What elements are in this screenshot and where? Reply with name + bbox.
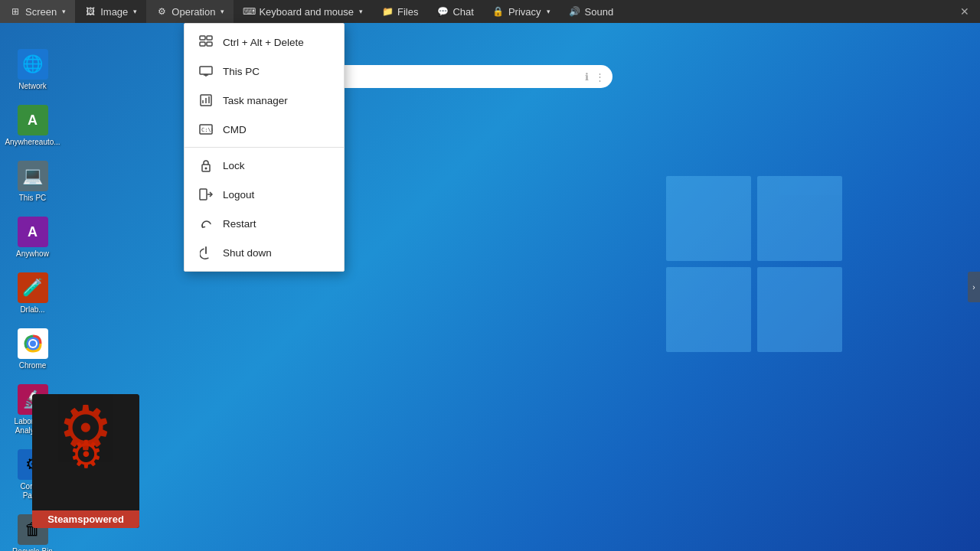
screen-icon: ⊞	[9, 5, 21, 18]
svg-rect-4	[207, 36, 212, 40]
close-button[interactable]: ✕	[949, 0, 980, 23]
keyboard-mouse-label: Keyboard and mouse	[259, 6, 354, 18]
privacy-icon: 🔒	[492, 5, 505, 18]
chat-icon: 💬	[436, 5, 449, 18]
cmd-icon: C:\>	[198, 122, 214, 137]
keyboard-dropdown-arrow: ▾	[359, 8, 363, 15]
chat-label: Chat	[452, 6, 473, 18]
sound-label: Sound	[585, 6, 614, 18]
desktop-icon-chrome[interactable]: Chrome	[8, 325, 57, 373]
win-logo-cell-1	[666, 176, 751, 261]
files-label: Files	[397, 6, 418, 18]
menu-item-ctrl-alt-del[interactable]: Ctrl + Alt + Delete	[185, 28, 344, 57]
steam-label: Steamspowered	[32, 510, 139, 528]
menu-item-restart[interactable]: Restart	[185, 209, 344, 238]
desktop-icon-thispc[interactable]: 💻 This PC	[8, 158, 57, 206]
restart-label: Restart	[223, 218, 256, 230]
shutdown-label: Shut down	[223, 247, 272, 259]
privacy-dropdown-arrow: ▾	[547, 8, 550, 15]
win-logo-cell-4	[757, 267, 842, 352]
anywhereauto-icon: A	[18, 105, 48, 135]
privacy-label: Privacy	[508, 6, 541, 18]
toolbar-item-sound[interactable]: 🔊 Sound	[560, 0, 623, 23]
ctrl-alt-del-icon	[198, 34, 214, 50]
image-dropdown-arrow: ▾	[133, 8, 137, 15]
logout-icon	[198, 187, 214, 202]
thispc-icon: 💻	[18, 161, 48, 191]
desktop-icon-network[interactable]: 🌐 Network	[8, 46, 57, 94]
toolbar-item-operation[interactable]: ⚙ Operation ▾	[146, 0, 234, 23]
close-icon: ✕	[960, 5, 969, 18]
task-manager-label: Task manager	[223, 95, 288, 106]
svg-point-17	[205, 167, 207, 169]
menu-item-lock[interactable]: Lock	[185, 151, 344, 180]
toolbar-item-keyboard-mouse[interactable]: ⌨ Keyboard and mouse ▾	[234, 0, 372, 23]
anywhereauto-label: Anywhereauto...	[5, 138, 60, 147]
svg-point-2	[30, 341, 36, 347]
shutdown-icon	[198, 245, 214, 260]
anywherev2-label: Anywhow	[16, 249, 49, 259]
menu-item-task-manager[interactable]: Task manager	[185, 86, 344, 115]
svg-rect-5	[200, 42, 205, 46]
steam-overlay-inner: ⚙ ⚙ Steamspowered	[32, 394, 139, 528]
svg-rect-7	[200, 67, 212, 74]
screen-dropdown-arrow: ▾	[62, 8, 66, 15]
operation-label: Operation	[172, 6, 215, 18]
this-pc-menu-icon	[198, 64, 214, 79]
url-info-icon: ℹ	[585, 71, 589, 83]
toolbar-item-chat[interactable]: 💬 Chat	[427, 0, 482, 23]
svg-text:C:\>: C:\>	[201, 127, 213, 133]
image-icon: 🖼	[84, 5, 96, 18]
url-more-icon: ⋮	[595, 71, 605, 83]
toolbar-item-privacy[interactable]: 🔒 Privacy ▾	[483, 0, 560, 23]
drlab-label: Drlab...	[20, 305, 44, 315]
svg-rect-3	[200, 36, 205, 40]
sound-icon: 🔊	[569, 5, 581, 18]
drlab-icon: 🧪	[18, 272, 48, 303]
screen-label: Screen	[25, 6, 57, 18]
menu-divider-1	[185, 147, 344, 148]
keyboard-icon: ⌨	[243, 5, 255, 18]
operation-dropdown-arrow: ▾	[220, 8, 224, 15]
desktop-icon-anywherev2[interactable]: A Anywhow	[8, 214, 57, 262]
task-manager-icon	[198, 93, 214, 108]
operation-dropdown-menu: Ctrl + Alt + Delete This PC Task manager	[184, 23, 345, 272]
network-label: Network	[18, 82, 47, 91]
collapse-icon: ›	[972, 283, 975, 292]
image-label: Image	[100, 6, 128, 18]
cmd-label: CMD	[223, 124, 247, 135]
chrome-label: Chrome	[19, 361, 47, 370]
chrome-icon	[18, 328, 48, 359]
windows-logo	[666, 176, 842, 352]
steam-overlay[interactable]: ⚙ ⚙ Steamspowered	[32, 394, 139, 528]
menu-item-this-pc[interactable]: This PC	[185, 57, 344, 86]
toolbar-item-screen[interactable]: ⊞ Screen ▾	[0, 0, 75, 23]
logout-label: Logout	[223, 189, 254, 201]
menu-item-shutdown[interactable]: Shut down	[185, 238, 344, 267]
restart-icon	[198, 216, 214, 231]
svg-rect-18	[200, 189, 207, 200]
ctrl-alt-del-label: Ctrl + Alt + Delete	[223, 37, 304, 48]
anywherev2-icon: A	[18, 217, 48, 247]
thispc-label: This PC	[19, 194, 47, 203]
desktop-icon-anywhereauto[interactable]: A Anywhereauto...	[8, 102, 57, 150]
lock-menu-icon	[198, 158, 214, 173]
files-icon: 📁	[381, 5, 394, 18]
desktop-icon-drlab[interactable]: 🧪 Drlab...	[8, 269, 57, 318]
toolbar-item-files[interactable]: 📁 Files	[372, 0, 427, 23]
svg-rect-6	[207, 42, 212, 46]
desktop: 🌐 Network A Anywhereauto... 💻 This PC A …	[0, 23, 980, 551]
network-icon: 🌐	[18, 49, 48, 80]
lock-label: Lock	[223, 160, 245, 171]
win-logo-cell-2	[757, 176, 842, 261]
operation-icon: ⚙	[155, 5, 168, 18]
toolbar-item-image[interactable]: 🖼 Image ▾	[75, 0, 146, 23]
recyclebin-label: Recycle Bin	[12, 547, 53, 551]
menu-item-cmd[interactable]: C:\> CMD	[185, 115, 344, 144]
menu-item-logout[interactable]: Logout	[185, 180, 344, 209]
this-pc-menu-label: This PC	[223, 66, 260, 77]
win-logo-cell-3	[666, 267, 751, 352]
side-collapse-button[interactable]: ›	[968, 272, 980, 302]
toolbar: ⊞ Screen ▾ 🖼 Image ▾ ⚙ Operation ▾ ⌨ Key…	[0, 0, 980, 23]
